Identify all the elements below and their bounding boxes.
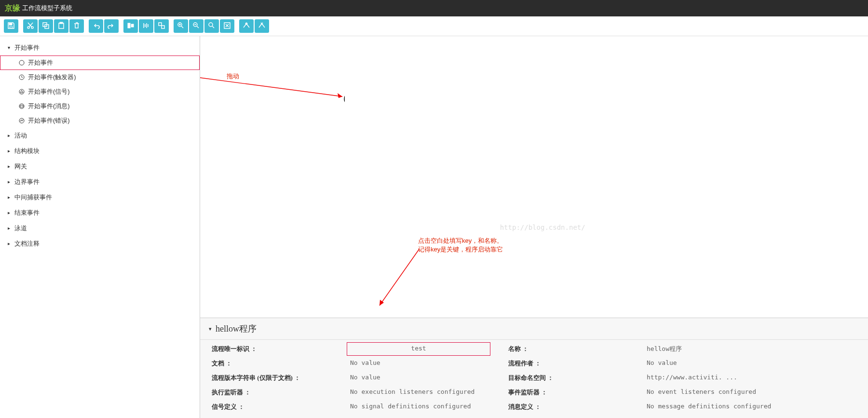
bend-add-button[interactable]	[239, 19, 254, 33]
zoom-in-button[interactable]	[174, 19, 188, 33]
zoom-reset-button[interactable]	[204, 19, 219, 33]
bend-add-icon	[243, 22, 250, 31]
property-value[interactable]: http://www.activiti. ...	[645, 373, 862, 383]
paste-icon	[57, 22, 65, 31]
undo-icon	[92, 22, 100, 31]
palette-item-label: 开始事件	[28, 57, 53, 68]
bend-remove-button[interactable]	[255, 19, 269, 33]
zoom-fit-icon	[223, 22, 231, 31]
property-value[interactable]: No event listeners configured	[645, 387, 862, 398]
svg-rect-8	[128, 23, 130, 28]
palette-group-label: 结构模块	[14, 145, 40, 157]
palette-item-label: 开始事件(信号)	[28, 86, 70, 97]
palette-group[interactable]: ▸活动	[0, 128, 200, 143]
property-label: 执行监听器 ：	[206, 387, 348, 398]
logo-suffix: 工作流模型子系统	[22, 4, 72, 13]
copy-button[interactable]	[39, 19, 53, 33]
message-event-icon	[18, 103, 25, 110]
palette-group[interactable]: ▸泳道	[0, 221, 200, 236]
property-value[interactable]: No value	[348, 373, 502, 383]
chevron-right-icon: ▸	[8, 192, 13, 203]
undo-button[interactable]	[89, 19, 103, 33]
property-label: 流程版本字符串 (仅限于文档) ：	[206, 373, 348, 383]
copy-icon	[42, 22, 50, 31]
palette-item[interactable]: 开始事件	[0, 56, 200, 70]
property-value[interactable]: test	[348, 344, 489, 354]
zoom-in-icon	[177, 22, 185, 31]
chevron-right-icon: ▸	[8, 161, 13, 172]
palette-group[interactable]: ▾开始事件	[0, 40, 200, 56]
palette-group[interactable]: ▸结束事件	[0, 205, 200, 221]
zoom-fit-button[interactable]	[220, 19, 234, 33]
palette-group-label: 结束事件	[14, 207, 40, 219]
palette-item-label: 开始事件(触发器)	[28, 72, 76, 83]
property-label: 信号定义 ：	[206, 402, 348, 412]
palette-item[interactable]: 开始事件(触发器)	[0, 70, 200, 84]
app-header: 京缘 工作流模型子系统	[0, 0, 868, 16]
svg-rect-0	[9, 23, 12, 25]
palette-item[interactable]: 开始事件(信号)	[0, 84, 200, 99]
property-label: 事件监听器 ：	[502, 387, 645, 398]
timer-event-icon	[18, 74, 25, 81]
palette-group[interactable]: ▸结构模块	[0, 143, 200, 159]
svg-rect-6	[59, 23, 64, 28]
chevron-down-icon: ▾	[8, 42, 13, 54]
toolbar	[0, 16, 868, 36]
palette-group[interactable]: ▸中间捕获事件	[0, 190, 200, 205]
circle-event-icon	[18, 59, 25, 66]
property-value[interactable]: No execution listeners configured	[348, 387, 502, 398]
palette-item-label: 开始事件(错误)	[28, 115, 70, 126]
palette-group[interactable]: ▸文档注释	[0, 236, 200, 251]
zoom-out-icon	[192, 22, 200, 31]
save-button[interactable]	[4, 19, 18, 33]
svg-rect-9	[131, 24, 134, 27]
property-label: 流程作者 ：	[502, 358, 645, 369]
cut-icon	[27, 22, 34, 31]
palette-group-label: 活动	[14, 130, 27, 141]
properties-header[interactable]: ▾ hellow程序	[200, 318, 868, 340]
chevron-right-icon: ▸	[8, 238, 13, 250]
annotation-tip: 点击空白处填写key，和名称。 记得key是关键，程序启动靠它	[418, 237, 503, 254]
palette-item-label: 开始事件(消息)	[28, 101, 70, 111]
cut-button[interactable]	[23, 19, 38, 33]
property-value[interactable]: No value	[348, 358, 502, 369]
property-value[interactable]: No value	[645, 358, 862, 369]
diagram-svg: 开始 开始就结束了 结束	[200, 36, 345, 109]
redo-button[interactable]	[104, 19, 119, 33]
align-v-button[interactable]	[139, 19, 153, 33]
watermark: http://blog.csdn.net/	[500, 223, 585, 231]
palette-group-label: 开始事件	[14, 42, 40, 54]
svg-marker-26	[380, 300, 384, 306]
start-event-node[interactable]	[344, 93, 345, 105]
properties-panel: ▾ hellow程序 流程唯一标识 ：test名称 ：hellow程序文档 ：N…	[200, 318, 868, 418]
redo-icon	[108, 22, 115, 31]
property-value[interactable]: No signal definitions configured	[348, 402, 502, 412]
palette-group[interactable]: ▸网关	[0, 159, 200, 174]
svg-rect-10	[159, 23, 162, 26]
property-label: 消息定义 ：	[502, 402, 645, 412]
save-icon	[7, 22, 15, 31]
chevron-right-icon: ▸	[8, 145, 13, 157]
property-label: 名称 ：	[502, 344, 645, 354]
zoom-out-button[interactable]	[189, 19, 203, 33]
delete-button[interactable]	[69, 19, 84, 33]
align-h-button[interactable]	[123, 19, 138, 33]
palette-group[interactable]: ▸边界事件	[0, 174, 200, 190]
property-value[interactable]: No message definitions configured	[645, 402, 862, 412]
property-value[interactable]: hellow程序	[645, 344, 862, 354]
palette-item[interactable]: 开始事件(消息)	[0, 99, 200, 113]
align-h-icon	[127, 22, 135, 31]
palette-group-label: 文档注释	[14, 238, 40, 250]
paste-button[interactable]	[54, 19, 68, 33]
delete-icon	[73, 22, 81, 31]
sidebar-palette: ▾开始事件开始事件开始事件(触发器)开始事件(信号)开始事件(消息)开始事件(错…	[0, 36, 200, 418]
chevron-right-icon: ▸	[8, 176, 13, 188]
svg-rect-11	[162, 26, 164, 28]
svg-line-25	[380, 249, 420, 306]
chevron-right-icon: ▸	[8, 207, 13, 219]
svg-point-17	[19, 60, 24, 65]
property-label: 文档 ：	[206, 358, 348, 369]
same-size-button[interactable]	[154, 19, 169, 33]
palette-item[interactable]: 开始事件(错误)	[0, 113, 200, 128]
palette-group-label: 泳道	[14, 223, 27, 234]
